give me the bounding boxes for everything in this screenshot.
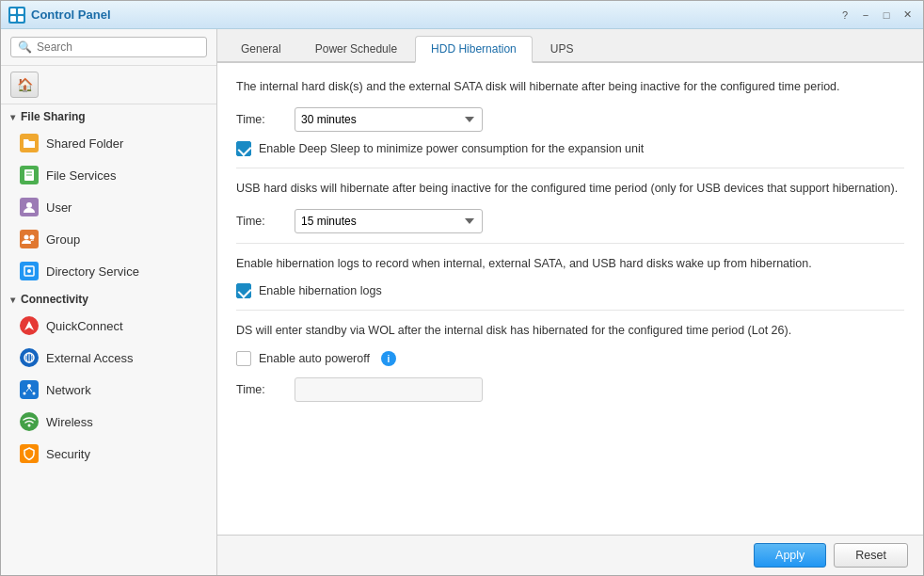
titlebar: Control Panel ? − □ ✕ — [1, 1, 923, 29]
titlebar-title: Control Panel — [31, 8, 111, 22]
sata-time-select[interactable]: 5 minutes 10 minutes 15 minutes 20 minut… — [295, 107, 483, 132]
quickconnect-icon — [20, 316, 39, 335]
hibernation-logs-checkbox[interactable] — [236, 283, 251, 298]
sidebar-section-file-sharing[interactable]: ▾ File Sharing — [1, 104, 216, 127]
poweroff-time-label: Time: — [236, 383, 283, 396]
titlebar-controls: ? − □ ✕ — [836, 7, 916, 24]
security-icon — [20, 444, 39, 463]
control-panel-window: Control Panel ? − □ ✕ 🔍 🏠 ▾ File Sh — [0, 0, 924, 576]
file-services-icon — [20, 166, 39, 184]
sidebar: 🔍 🏠 ▾ File Sharing Shared Folder — [1, 29, 217, 575]
reset-button[interactable]: Reset — [834, 543, 908, 568]
svg-point-20 — [28, 424, 31, 427]
sidebar-item-label: Security — [46, 447, 90, 461]
svg-point-9 — [30, 235, 35, 240]
app-icon — [8, 7, 25, 24]
sidebar-item-label: User — [46, 200, 72, 215]
sidebar-item-external-access[interactable]: External Access — [1, 342, 216, 374]
search-icon: 🔍 — [18, 40, 32, 54]
main-layout: 🔍 🏠 ▾ File Sharing Shared Folder — [1, 29, 923, 575]
sidebar-home: 🏠 — [1, 66, 216, 104]
sidebar-item-shared-folder[interactable]: Shared Folder — [1, 127, 216, 159]
external-access-icon — [20, 348, 39, 367]
divider-1 — [236, 168, 904, 168]
chevron-down-icon: ▾ — [10, 112, 15, 122]
sidebar-item-label: Network — [46, 383, 91, 397]
user-icon — [20, 198, 39, 216]
tab-power-schedule[interactable]: Power Schedule — [299, 36, 413, 61]
sidebar-item-group[interactable]: Group — [1, 223, 216, 255]
close-button[interactable]: ✕ — [899, 7, 916, 24]
svg-rect-2 — [10, 16, 16, 22]
svg-point-17 — [33, 392, 36, 395]
svg-point-7 — [26, 202, 32, 208]
sata-time-label: Time: — [236, 113, 283, 126]
divider-2 — [236, 243, 904, 244]
auto-poweroff-row: Enable auto poweroff i — [236, 351, 904, 366]
sidebar-item-label: QuickConnect — [46, 319, 123, 333]
search-bar-container: 🔍 — [1, 29, 216, 66]
network-icon — [20, 380, 39, 399]
auto-poweroff-label: Enable auto poweroff — [259, 352, 370, 365]
poweroff-time-row: Time: 5 minutes 10 minutes 15 minutes 20… — [236, 377, 904, 402]
sidebar-section-label: Connectivity — [21, 293, 88, 306]
sidebar-item-label: Wireless — [46, 415, 93, 429]
sidebar-item-file-services[interactable]: File Services — [1, 159, 216, 191]
search-input[interactable] — [37, 40, 199, 54]
svg-rect-1 — [18, 8, 24, 14]
usb-time-row: Time: 5 minutes 10 minutes 15 minutes 20… — [236, 209, 904, 233]
svg-rect-3 — [18, 16, 24, 22]
usb-time-select[interactable]: 5 minutes 10 minutes 15 minutes 20 minut… — [295, 209, 483, 233]
sidebar-item-label: Group — [46, 232, 80, 247]
sidebar-item-quickconnect[interactable]: QuickConnect — [1, 310, 216, 342]
panel-footer: Apply Reset — [217, 535, 923, 575]
sidebar-item-user[interactable]: User — [1, 191, 216, 223]
titlebar-left: Control Panel — [8, 7, 111, 24]
minimize-button[interactable]: − — [857, 7, 874, 24]
tab-bar: General Power Schedule HDD Hibernation U… — [217, 29, 923, 63]
svg-line-18 — [26, 388, 29, 392]
sidebar-item-label: Shared Folder — [46, 136, 123, 151]
sidebar-item-label: External Access — [46, 351, 134, 365]
search-bar-inner[interactable]: 🔍 — [10, 37, 207, 57]
chevron-down-icon: ▾ — [10, 295, 15, 305]
group-icon — [20, 230, 39, 248]
svg-rect-0 — [10, 8, 16, 14]
directory-service-icon — [20, 262, 39, 280]
wireless-icon — [20, 412, 39, 431]
hibernate-log-description: Enable hibernation logs to record when i… — [236, 255, 904, 273]
auto-poweroff-checkbox[interactable] — [236, 351, 251, 366]
panel-body: The internal hard disk(s) and the extern… — [217, 63, 923, 535]
sidebar-item-label: File Services — [46, 168, 116, 183]
usb-description: USB hard disks will hibernate after bein… — [236, 180, 904, 198]
maximize-button[interactable]: □ — [878, 7, 895, 24]
divider-3 — [236, 310, 904, 311]
help-button[interactable]: ? — [836, 7, 853, 24]
deep-sleep-row: Enable Deep Sleep to minimize power cons… — [236, 141, 904, 156]
tab-ups[interactable]: UPS — [534, 36, 590, 61]
deep-sleep-label: Enable Deep Sleep to minimize power cons… — [259, 142, 644, 155]
hibernation-logs-label: Enable hibernation logs — [259, 284, 382, 297]
deep-sleep-checkbox[interactable] — [236, 141, 251, 156]
hibernation-logs-row: Enable hibernation logs — [236, 283, 904, 298]
svg-line-19 — [29, 388, 32, 392]
tab-hdd-hibernation[interactable]: HDD Hibernation — [415, 36, 533, 63]
home-button[interactable]: 🏠 — [10, 72, 39, 98]
apply-button[interactable]: Apply — [754, 543, 826, 568]
sidebar-item-network[interactable]: Network — [1, 374, 216, 406]
svg-point-15 — [27, 384, 31, 388]
info-icon[interactable]: i — [381, 351, 396, 366]
svg-point-11 — [27, 269, 31, 273]
sidebar-section-connectivity[interactable]: ▾ Connectivity — [1, 287, 216, 310]
svg-point-8 — [24, 235, 29, 240]
wol-description: DS will enter standby via WOL after the … — [236, 322, 904, 340]
sidebar-item-directory-service[interactable]: Directory Service — [1, 255, 216, 287]
usb-time-label: Time: — [236, 215, 283, 228]
sidebar-item-wireless[interactable]: Wireless — [1, 406, 216, 438]
sidebar-item-label: Directory Service — [46, 264, 139, 279]
tab-general[interactable]: General — [225, 36, 297, 61]
sidebar-item-security[interactable]: Security — [1, 438, 216, 470]
shared-folder-icon — [20, 134, 39, 152]
poweroff-time-select[interactable]: 5 minutes 10 minutes 15 minutes 20 minut… — [295, 377, 483, 402]
sata-time-row: Time: 5 minutes 10 minutes 15 minutes 20… — [236, 107, 904, 132]
